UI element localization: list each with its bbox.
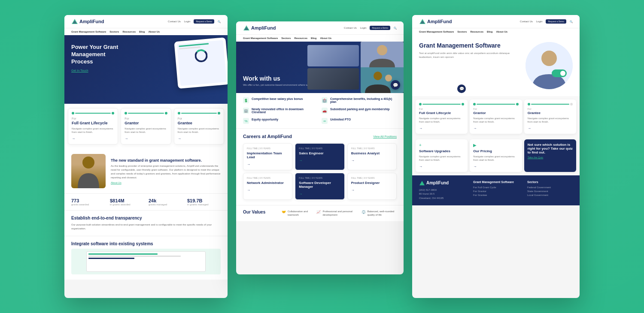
search-icon-sc1[interactable]: 🔍 xyxy=(218,20,221,23)
card-lifecycle-sc1[interactable]: For Full Grant Lifecycle Navigate comple… xyxy=(68,108,118,144)
stat-1-sc1: 773 grants awarded xyxy=(71,198,105,206)
benefit-title-4: Subsidized parking and gym membership xyxy=(330,108,389,111)
dot5 xyxy=(178,112,180,114)
contact-link-sc2[interactable]: Contact Us xyxy=(344,27,357,29)
card-arrow-2[interactable]: → xyxy=(125,137,167,141)
chat-bubble-sc2[interactable]: 💬 xyxy=(391,80,400,90)
sc3-card-grantee[interactable]: For Grantee Navigate complex grant ecosy… xyxy=(524,99,576,134)
login-link-sc3[interactable]: Login xyxy=(536,20,543,23)
footer-link-5[interactable]: State Government xyxy=(527,190,573,193)
navbar-sc3: AmpliFund Contact Us Login Request a Dem… xyxy=(412,15,580,28)
feature-desc-sc1: Our purpose-built solution streamlines e… xyxy=(71,223,221,231)
card-grantee-sc1[interactable]: For Grantee Navigate complex grant ecosy… xyxy=(174,108,224,144)
card-progress-1 xyxy=(72,112,114,114)
card-arrow-3[interactable]: → xyxy=(178,137,220,141)
value-icon-1: 🤝 xyxy=(282,210,286,214)
benefit-5-sc2: % Equity opportunity xyxy=(243,118,318,124)
job-1-sc2[interactable]: FULL TIME | 3-5 YEARS Implementation Tea… xyxy=(243,143,292,170)
nav-resources-sc3[interactable]: Resources xyxy=(470,30,483,33)
sc3-card-arrow-2[interactable]: → xyxy=(473,126,518,130)
nav-gms-sc3[interactable]: Grant Management Software xyxy=(419,30,454,33)
footer-link-3[interactable]: For Grantee xyxy=(473,194,519,196)
nav-gms-sc2[interactable]: Grant Management Software xyxy=(243,37,278,39)
upgrades-arrow[interactable]: → xyxy=(419,165,464,169)
nav-sectors-sc3[interactable]: Sectors xyxy=(457,30,467,33)
dot3 xyxy=(125,112,127,114)
contact-link-sc3[interactable]: Contact Us xyxy=(520,20,533,23)
nav-gms-sc1[interactable]: Grant Management Software xyxy=(71,30,106,33)
logo-sc1[interactable]: AmpliFund xyxy=(71,18,104,24)
equity-icon: % xyxy=(244,119,247,123)
main-nav-links-sc1: Grant Management Software Sectors Resour… xyxy=(71,30,160,33)
office-photo1 xyxy=(307,45,359,66)
value-icon-3: ⚖️ xyxy=(361,210,366,214)
footer-link-6[interactable]: Local Government xyxy=(527,194,573,196)
nav-about-sc3[interactable]: About Us xyxy=(496,30,507,33)
office-img2-sc2 xyxy=(307,68,359,90)
benefit-title-3: Newly renovated office in downtown Cleve… xyxy=(252,108,318,114)
nav-blog-sc1[interactable]: Blog xyxy=(139,30,145,33)
upgrades-icon: + xyxy=(419,143,464,147)
search-icon-sc2[interactable]: 🔍 xyxy=(394,27,397,30)
demo-btn-sc2[interactable]: Request a Demo xyxy=(370,26,390,30)
footer-link-1[interactable]: For Full Grant Cycle xyxy=(473,186,519,189)
contact-link-sc1[interactable]: Contact Us xyxy=(168,20,181,23)
job-arrow-5[interactable]: → xyxy=(299,192,340,196)
value-3-sc2: ⚖️ Balanced, well-rounded quality of lif… xyxy=(361,210,397,217)
card-grantor-sc1[interactable]: For Grantor Navigate complex grant ecosy… xyxy=(121,108,171,144)
svg-point-2 xyxy=(82,156,94,169)
chat-bubble-sc3[interactable]: 💬 xyxy=(457,84,466,93)
sc3-card-arrow-1[interactable]: → xyxy=(419,126,464,130)
logo-sc3[interactable]: AmpliFund xyxy=(419,18,452,24)
sc3-bottom-card-upgrades[interactable]: + Software Upgrades Navigate complex gra… xyxy=(416,139,468,172)
sc3-card-grantor[interactable]: For Grantor Navigate complex grant ecosy… xyxy=(470,99,522,134)
job-4-sc2[interactable]: FULL TIME | 3-5 YEARS Network Administra… xyxy=(243,173,292,200)
job-2-sc2[interactable]: FULL TIME | 3-5 YEARS Sales Engineer → xyxy=(295,143,344,170)
job-arrow-1[interactable]: → xyxy=(247,163,289,166)
pricing-arrow[interactable]: → xyxy=(473,165,518,169)
values-section-sc2: Our Values 🤝 Collaboration and teamwork … xyxy=(236,205,404,221)
search-icon-sc3[interactable]: 🔍 xyxy=(570,20,573,23)
job-5-sc2[interactable]: FULL TIME | 3-5 YEARS Software Developer… xyxy=(295,173,344,200)
nav-blog-sc2[interactable]: Blog xyxy=(311,37,316,39)
demo-btn-sc3[interactable]: Request a Demo xyxy=(546,19,566,24)
about-link-sc1[interactable]: About Us xyxy=(111,181,221,184)
job-arrow-4[interactable]: → xyxy=(247,188,289,192)
dash-bar3 xyxy=(88,258,134,259)
value-text-2: Professional and personal development xyxy=(322,210,354,217)
login-link-sc1[interactable]: Login xyxy=(184,20,191,23)
nav-about-sc2[interactable]: About Us xyxy=(320,37,331,39)
sc3-bottom-card-pricing[interactable]: ▶ Our Pricing Navigate complex grant eco… xyxy=(470,139,522,172)
view-all-link-sc2[interactable]: View All Positions xyxy=(373,135,397,138)
nav-resources-sc1[interactable]: Resources xyxy=(122,30,136,33)
job-arrow-2[interactable]: → xyxy=(299,159,340,163)
nav-sectors-sc1[interactable]: Sectors xyxy=(109,30,119,33)
pto-icon: ∞ xyxy=(323,119,326,123)
nav-blog-sc3[interactable]: Blog xyxy=(487,30,492,33)
card-arrow-1[interactable]: → xyxy=(72,137,114,141)
footer-link-4[interactable]: Federal Government xyxy=(527,186,573,189)
demo-btn-sc1[interactable]: Request a Demo xyxy=(194,19,214,24)
login-link-sc2[interactable]: Login xyxy=(360,27,367,29)
footer-link-2[interactable]: For Grantor xyxy=(473,190,519,193)
pricing-title: Our Pricing xyxy=(473,149,518,153)
hero-sc2: Work with us We offer a fun, yet outcome… xyxy=(236,42,404,93)
job-arrow-6[interactable]: → xyxy=(351,188,393,192)
quiz-link[interactable]: Take the Quiz xyxy=(528,156,573,159)
job-6-sc2[interactable]: FULL TIME | 3-5 YEARS Product Designer → xyxy=(347,173,397,200)
hero-sc3: Grant Management Software Text at ampliF… xyxy=(412,35,580,96)
job-arrow-3[interactable]: → xyxy=(351,159,393,163)
dash-bar2 xyxy=(88,256,181,257)
screenshot-2: AmpliFund Contact Us Login Request a Dem… xyxy=(236,21,404,274)
nav-sectors-sc2[interactable]: Sectors xyxy=(281,37,291,39)
value-text-1: Collaboration and teamwork xyxy=(288,210,310,217)
sc3-card-lifecycle[interactable]: For Full Grant Lifecycle Navigate comple… xyxy=(416,99,468,134)
nav-about-sc1[interactable]: About Us xyxy=(148,30,160,33)
sc3-card-title-3: Grantee xyxy=(528,111,573,115)
sc3-bottom-card-quiz[interactable]: Not sure which solution is right for you… xyxy=(524,139,576,172)
navbar-sc1: AmpliFund Contact Us Login Request a Dem… xyxy=(64,15,228,28)
job-3-sc2[interactable]: FULL TIME | 3-5 YEARS Business Analyst → xyxy=(347,143,397,170)
nav-resources-sc2[interactable]: Resources xyxy=(294,37,307,39)
sc3-card-arrow-3[interactable]: → xyxy=(528,126,573,130)
logo-sc2[interactable]: AmpliFund xyxy=(243,25,276,31)
